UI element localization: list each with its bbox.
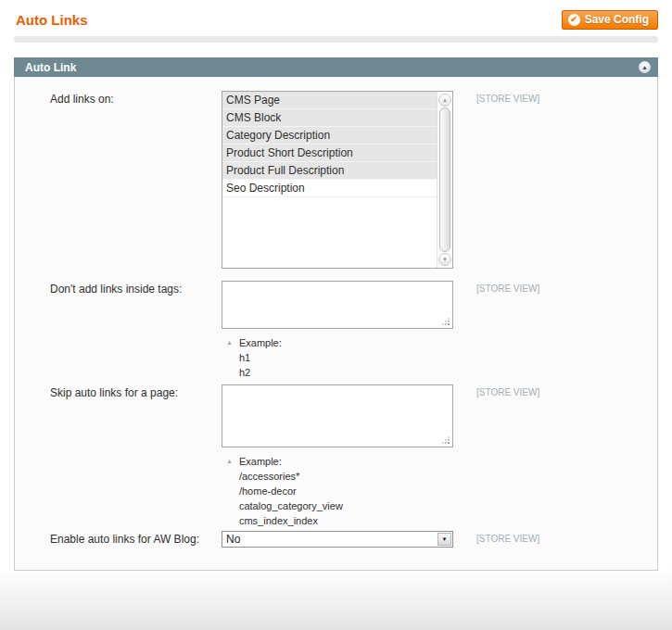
field-col: CMS Page CMS Block Category Description … [222, 91, 453, 269]
section-body: Add links on: CMS Page CMS Block Categor… [14, 77, 658, 571]
scope-label-skip-for-page: [STORE VIEW] [476, 384, 539, 397]
dropdown-arrow-icon: ▼ [437, 533, 451, 546]
note-line: cms_index_index [239, 513, 343, 528]
field-label-add-links-on: Add links on: [50, 91, 222, 106]
note-line: /home-decor [239, 484, 343, 498]
multiselect-option[interactable]: Category Description [222, 127, 437, 145]
note-lines: h1 h2 [239, 350, 282, 380]
field-note: ▲ Example: h1 h2 [222, 335, 453, 380]
multiselect-options: CMS Page CMS Block Category Description … [222, 92, 437, 268]
note-title: Example: [239, 335, 282, 350]
scope-label-enable-aw-blog: [STORE VIEW] [476, 531, 539, 544]
enable-aw-blog-select[interactable]: No ▼ [222, 531, 453, 548]
scrollbar-thumb[interactable] [439, 107, 450, 252]
field-note: ▲ Example: /accessories* /home-decor c [222, 454, 453, 528]
section-header: Auto Link ▲ [14, 57, 658, 77]
dont-add-inside-tags-textarea[interactable] [222, 281, 453, 329]
note-arrow-icon: ▲ [226, 454, 233, 528]
auto-link-section: Auto Link ▲ Add links on: CMS Page CMS B… [14, 57, 658, 571]
note-line: h1 [239, 350, 282, 365]
field-col: ▲ Example: /accessories* /home-decor c [222, 384, 453, 528]
field-label-skip-for-page: Skip auto links for a page: [50, 384, 222, 399]
select-value: No [226, 533, 240, 546]
field-label-dont-add-inside-tags: Don't add links inside tags: [50, 281, 222, 296]
form-row-add-links-on: Add links on: CMS Page CMS Block Categor… [15, 91, 657, 269]
page-title: Auto Links [16, 12, 88, 28]
form-row-dont-add-inside-tags: Don't add links inside tags: ▲ Example: … [15, 281, 657, 380]
note-lines: /accessories* /home-decor catalog_catego… [239, 469, 343, 528]
save-config-label: Save Config [585, 13, 649, 26]
collapse-icon[interactable]: ▲ [639, 61, 651, 73]
multiselect-scrollbar[interactable]: ▲ ▼ [437, 92, 452, 268]
field-col: No ▼ [222, 531, 453, 548]
note-line: h2 [239, 365, 282, 380]
section-title: Auto Link [25, 61, 76, 74]
form-row-enable-aw-blog: Enable auto links for AW Blog: No ▼ [STO… [15, 531, 657, 548]
field-col: ▲ Example: h1 h2 [222, 281, 453, 380]
multiselect-option[interactable]: Product Full Description [222, 162, 437, 180]
scope-label-dont-add-inside-tags: [STORE VIEW] [476, 281, 539, 294]
scope-label-add-links-on: [STORE VIEW] [476, 91, 539, 104]
scroll-up-icon[interactable]: ▲ [438, 94, 451, 107]
note-title: Example: [239, 454, 343, 469]
skip-for-page-textarea[interactable] [222, 384, 453, 447]
multiselect-option[interactable]: Product Short Description [222, 145, 437, 162]
multiselect-option[interactable]: CMS Block [222, 109, 437, 127]
multiselect-option[interactable]: Seo Description [222, 180, 437, 197]
note-line: catalog_category_view [239, 498, 343, 513]
form-row-skip-for-page: Skip auto links for a page: ▲ Example: /… [15, 384, 657, 528]
scroll-down-icon[interactable]: ▼ [438, 253, 451, 266]
page: Auto Links ✔ Save Config Auto Link ▲ Add… [0, 0, 672, 630]
header-divider [14, 36, 658, 43]
note-line: /accessories* [239, 469, 343, 484]
page-header: Auto Links ✔ Save Config [0, 0, 672, 30]
field-label-enable-aw-blog: Enable auto links for AW Blog: [50, 531, 222, 546]
save-config-button[interactable]: ✔ Save Config [562, 10, 658, 30]
multiselect-option[interactable]: CMS Page [222, 92, 437, 109]
checkmark-icon: ✔ [568, 14, 580, 26]
add-links-on-multiselect[interactable]: CMS Page CMS Block Category Description … [222, 91, 453, 269]
note-arrow-icon: ▲ [226, 335, 233, 380]
